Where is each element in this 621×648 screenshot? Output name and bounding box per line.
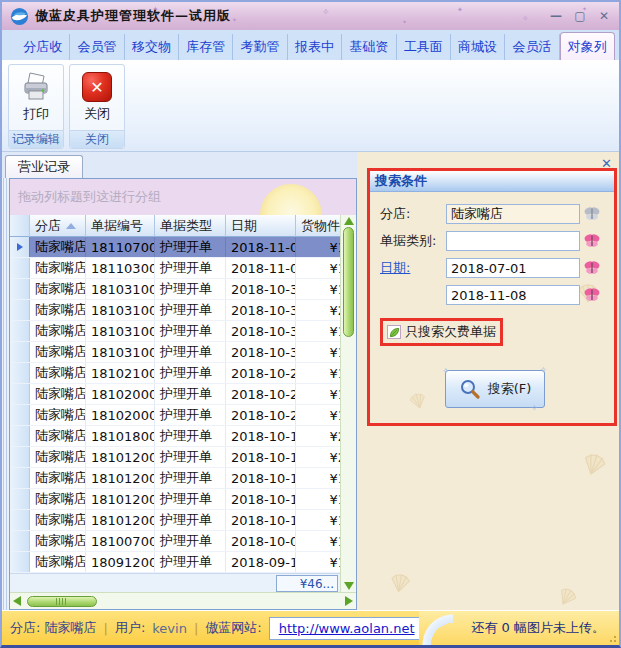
cell-doc-no: 181018001 bbox=[86, 426, 155, 446]
butterfly-picker-icon[interactable] bbox=[582, 260, 602, 276]
table-row[interactable]: 陆家嘴店 181031004 护理开单 2018-10-31 ¥1 bbox=[10, 279, 340, 300]
menu-tab[interactable]: 移交物 bbox=[125, 34, 179, 60]
close-icon[interactable]: ✕ bbox=[595, 9, 613, 24]
document-tab-bar: 营业记录 bbox=[2, 152, 357, 178]
cell-doc-no: 181012003 bbox=[86, 489, 155, 509]
table-row[interactable]: 陆家嘴店 181107001 护理开单 2018-11-07 ¥1 bbox=[10, 237, 340, 258]
search-button[interactable]: ✧ ✧ ✧ 搜索(F) bbox=[445, 370, 545, 408]
group-by-hint: 拖动列标题到这进行分组 bbox=[18, 188, 161, 206]
sparkle-decoration: ✧ bbox=[539, 365, 547, 375]
table-row[interactable]: 陆家嘴店 180912001 护理开单 2018-09-12 ¥1 bbox=[10, 552, 340, 573]
row-indicator bbox=[10, 363, 30, 383]
group-by-bar[interactable]: 拖动列标题到这进行分组 bbox=[10, 179, 356, 215]
annotation-red-rectangle: 搜索条件 分店: 单据类别: bbox=[367, 168, 617, 426]
butterfly-picker-icon[interactable] bbox=[582, 206, 602, 222]
hscroll-thumb[interactable] bbox=[27, 596, 97, 607]
category-field[interactable] bbox=[446, 231, 580, 251]
column-header-date[interactable]: 日期 bbox=[226, 215, 296, 237]
scroll-right-icon[interactable] bbox=[345, 596, 353, 606]
table-row[interactable]: 陆家嘴店 181007001 护理开单 2018-10-07 ¥1 bbox=[10, 531, 340, 552]
annotation-red-rectangle-checkbox: 只搜索欠费单据 bbox=[380, 318, 503, 346]
store-field[interactable] bbox=[446, 204, 580, 224]
upload-status-text: 还有 0 幅图片未上传。 bbox=[471, 619, 605, 637]
panel-close-icon[interactable]: ✕ bbox=[601, 156, 612, 171]
menu-tab[interactable]: 库存管 bbox=[179, 34, 233, 60]
cell-amount: ¥1 bbox=[296, 237, 340, 257]
cell-amount: ¥1 bbox=[296, 342, 340, 362]
cell-date: 2018-10-31 bbox=[226, 342, 296, 362]
vscroll-thumb[interactable] bbox=[343, 227, 354, 337]
menu-tab[interactable]: 基础资 bbox=[342, 34, 396, 60]
cell-date: 2018-10-20 bbox=[226, 384, 296, 404]
records-column: 营业记录 拖动列标题到这进行分组 分店 bbox=[2, 152, 357, 610]
menu-tab[interactable]: 工具面 bbox=[397, 34, 451, 60]
search-button-label: 搜索(F) bbox=[488, 380, 532, 398]
horizontal-scrollbar[interactable] bbox=[10, 592, 356, 609]
table-row[interactable]: 陆家嘴店 181020001 护理开单 2018-10-20 ¥1 bbox=[10, 405, 340, 426]
cell-amount: ¥1 bbox=[296, 552, 340, 572]
column-header-doc-no[interactable]: 单据编号 bbox=[86, 215, 155, 237]
table-row[interactable]: 陆家嘴店 181031001 护理开单 2018-10-31 ¥1 bbox=[10, 342, 340, 363]
unpaid-only-checkbox[interactable] bbox=[387, 325, 401, 339]
column-header-items[interactable]: 货物件数 bbox=[296, 215, 340, 237]
cell-amount: ¥2 bbox=[296, 300, 340, 320]
close-view-button[interactable]: ✕ 关闭 bbox=[70, 65, 124, 130]
menu-tab[interactable]: 报表中 bbox=[288, 34, 342, 60]
menu-tab[interactable]: 会员管 bbox=[70, 34, 124, 60]
cell-doc-no: 181020002 bbox=[86, 384, 155, 404]
table-row[interactable]: 陆家嘴店 181012003 护理开单 2018-10-12 ¥1 bbox=[10, 489, 340, 510]
row-indicator bbox=[10, 426, 30, 446]
menu-tab[interactable]: 分店收 bbox=[16, 34, 70, 60]
table-row[interactable]: 陆家嘴店 181031003 护理开单 2018-10-31 ¥2 bbox=[10, 300, 340, 321]
statusbar-divider: | bbox=[104, 621, 108, 636]
tab-business-records[interactable]: 营业记录 bbox=[5, 155, 83, 178]
date-to-field[interactable] bbox=[446, 285, 580, 305]
menu-tab[interactable]: 商城设 bbox=[451, 34, 505, 60]
minimize-icon[interactable]: — bbox=[547, 9, 565, 24]
print-button[interactable]: 打印 bbox=[9, 65, 63, 130]
table-row[interactable]: 陆家嘴店 181012007 护理开单 2018-10-12 ¥2 bbox=[10, 447, 340, 468]
cell-doc-type: 护理开单 bbox=[155, 531, 226, 551]
cell-amount: ¥2 bbox=[296, 447, 340, 467]
cell-store: 陆家嘴店 bbox=[30, 531, 86, 551]
print-button-label: 打印 bbox=[23, 105, 49, 123]
cell-doc-no: 181031001 bbox=[86, 342, 155, 362]
cell-date: 2018-10-12 bbox=[226, 447, 296, 467]
vertical-scrollbar[interactable] bbox=[340, 215, 356, 592]
cell-doc-no: 181012007 bbox=[86, 447, 155, 467]
date-label-link[interactable]: 日期: bbox=[380, 259, 446, 277]
column-header-doc-type[interactable]: 单据类型 bbox=[155, 215, 226, 237]
table-row[interactable]: 陆家嘴店 181103001 护理开单 2018-11-03 ¥1 bbox=[10, 258, 340, 279]
cell-doc-type: 护理开单 bbox=[155, 321, 226, 341]
menu-tab[interactable]: 考勤管 bbox=[233, 34, 287, 60]
cell-amount: ¥1 bbox=[296, 531, 340, 551]
resize-grip[interactable] bbox=[607, 633, 617, 643]
table-row[interactable]: 陆家嘴店 181012001 护理开单 2018-10-12 ¥1 bbox=[10, 510, 340, 531]
close-red-icon: ✕ bbox=[82, 72, 112, 102]
butterfly-picker-icon[interactable] bbox=[582, 233, 602, 249]
cell-store: 陆家嘴店 bbox=[30, 447, 86, 467]
scroll-left-icon[interactable] bbox=[13, 596, 21, 606]
table-row[interactable]: 陆家嘴店 181020002 护理开单 2018-10-20 ¥1 bbox=[10, 384, 340, 405]
table-row[interactable]: 陆家嘴店 181018001 护理开单 2018-10-18 ¥2 bbox=[10, 426, 340, 447]
column-header-store[interactable]: 分店 bbox=[30, 215, 86, 237]
left-splitter[interactable] bbox=[2, 178, 9, 610]
table-row[interactable]: 陆家嘴店 181021001 护理开单 2018-10-21 ¥1 bbox=[10, 363, 340, 384]
category-label: 单据类别: bbox=[380, 232, 446, 250]
cell-store: 陆家嘴店 bbox=[30, 237, 86, 257]
site-url-link[interactable]: http://www.aolan.net bbox=[279, 621, 415, 636]
cell-doc-type: 护理开单 bbox=[155, 279, 226, 299]
summary-total: ¥46... bbox=[276, 575, 338, 592]
date-from-field[interactable] bbox=[446, 258, 580, 278]
table-row[interactable]: 陆家嘴店 181012005 护理开单 2018-10-12 ¥1 bbox=[10, 468, 340, 489]
scroll-down-icon[interactable] bbox=[344, 582, 354, 590]
scroll-up-icon[interactable] bbox=[344, 217, 354, 225]
menu-tab[interactable]: 会员活 bbox=[505, 34, 559, 60]
menu-tab[interactable]: 对象列 bbox=[560, 32, 615, 60]
menu-tabstrip: 分店收会员管移交物库存管考勤管报表中基础资工具面商城设会员活对象列 bbox=[2, 30, 619, 60]
table-row[interactable]: 陆家嘴店 181031002 护理开单 2018-10-31 ¥1 bbox=[10, 321, 340, 342]
maximize-icon[interactable]: ▢ bbox=[571, 9, 589, 24]
cell-doc-type: 护理开单 bbox=[155, 405, 226, 425]
cell-doc-type: 护理开单 bbox=[155, 342, 226, 362]
butterfly-picker-icon[interactable] bbox=[582, 287, 602, 303]
